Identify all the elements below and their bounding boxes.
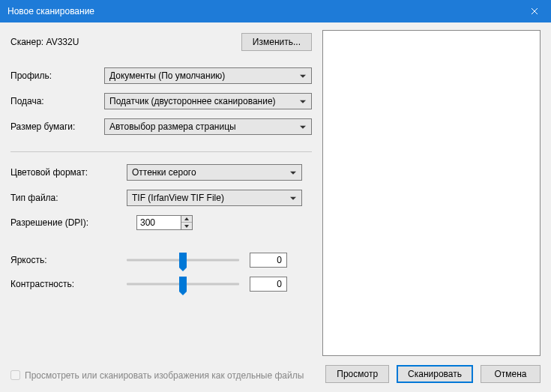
scanner-label: Сканер: AV332U	[10, 37, 79, 47]
titlebar: Новое сканирование	[0, 0, 551, 22]
profile-label: Профиль:	[10, 70, 104, 81]
filetype-select[interactable]: TIF (IrfanView TIF File)	[127, 190, 302, 206]
feed-select[interactable]: Податчик (двустороннее сканирование)	[104, 93, 312, 109]
footer-buttons: Просмотр Сканировать Отмена	[322, 365, 541, 383]
change-scanner-button[interactable]: Изменить...	[241, 33, 312, 51]
brightness-slider[interactable]	[127, 253, 239, 268]
separate-files-checkbox	[10, 370, 20, 380]
slider-thumb[interactable]	[179, 277, 187, 292]
dpi-label: Разрешение (DPI):	[10, 217, 114, 228]
close-button[interactable]	[517, 0, 551, 22]
brightness-label: Яркость:	[10, 255, 127, 265]
dpi-row: Разрешение (DPI):	[10, 215, 312, 230]
brightness-row: Яркость:	[10, 253, 312, 268]
close-icon	[531, 7, 538, 15]
dpi-input[interactable]	[136, 215, 181, 230]
feed-row: Подача: Податчик (двустороннее сканирова…	[10, 93, 312, 109]
filetype-label: Тип файла:	[10, 193, 127, 203]
contrast-slider[interactable]	[127, 277, 239, 292]
dpi-down-button[interactable]	[181, 223, 192, 229]
scan-button[interactable]: Сканировать	[397, 365, 473, 383]
feed-label: Подача:	[10, 96, 104, 106]
preview-area	[322, 30, 541, 356]
color-select[interactable]: Оттенки серого	[127, 164, 302, 181]
dpi-spinner	[181, 215, 193, 230]
window-title: Новое сканирование	[7, 6, 94, 16]
contrast-label: Контрастность:	[10, 279, 127, 289]
profile-row: Профиль: Документы (По умолчанию)	[10, 67, 312, 84]
divider	[10, 151, 312, 152]
cancel-button[interactable]: Отмена	[481, 365, 541, 383]
color-row: Цветовой формат: Оттенки серого	[10, 164, 312, 181]
color-label: Цветовой формат:	[10, 167, 127, 178]
settings-panel: Сканер: AV332U Изменить... Профиль: Доку…	[0, 22, 322, 392]
right-panel: Просмотр Сканировать Отмена	[322, 22, 551, 392]
filetype-row: Тип файла: TIF (IrfanView TIF File)	[10, 190, 312, 206]
separate-files-label: Просмотреть или сканировать изображения …	[25, 370, 304, 382]
contrast-row: Контрастность:	[10, 277, 312, 292]
preview-button[interactable]: Просмотр	[325, 365, 389, 383]
paper-select[interactable]: Автовыбор размера страницы	[104, 118, 312, 135]
scanner-row: Сканер: AV332U Изменить...	[10, 33, 312, 51]
brightness-value[interactable]	[250, 253, 287, 268]
dpi-up-button[interactable]	[181, 216, 192, 223]
paper-row: Размер бумаги: Автовыбор размера страниц…	[10, 118, 312, 135]
paper-label: Размер бумаги:	[10, 121, 104, 132]
separate-files-row: Просмотреть или сканировать изображения …	[10, 370, 312, 382]
profile-select[interactable]: Документы (По умолчанию)	[104, 67, 312, 84]
dialog-body: Сканер: AV332U Изменить... Профиль: Доку…	[0, 22, 551, 392]
contrast-value[interactable]	[250, 277, 287, 292]
chevron-up-icon	[184, 217, 189, 220]
slider-thumb[interactable]	[179, 253, 187, 268]
chevron-down-icon	[184, 225, 189, 228]
